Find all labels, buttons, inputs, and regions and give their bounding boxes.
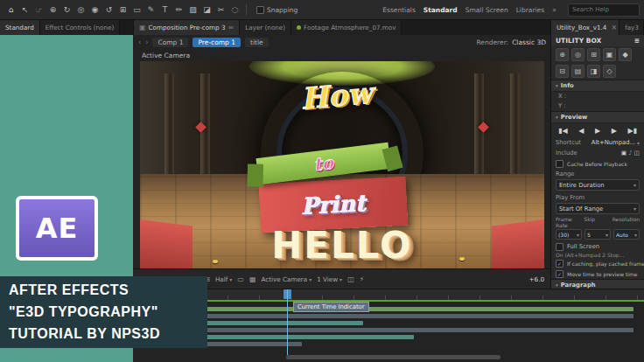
red-block-left bbox=[140, 219, 192, 269]
play-cached-frames-checkbox[interactable]: ✓ bbox=[556, 260, 564, 268]
brush-tool-icon[interactable]: ✏ bbox=[172, 3, 186, 17]
tutorial-title-line-3: TUTORIAL BY NPS3D bbox=[0, 323, 207, 345]
tab-effect-controls[interactable]: Effect Controls (none) bbox=[40, 19, 121, 35]
region-of-interest-icon[interactable]: ▭ bbox=[237, 275, 244, 283]
scene-text-print: Print bbox=[300, 190, 367, 219]
camera-dropdown[interactable]: Active Camera ▾ bbox=[261, 275, 312, 283]
search-help-input[interactable] bbox=[568, 3, 640, 17]
current-time-indicator-line[interactable] bbox=[287, 289, 288, 355]
audio-include-icon[interactable]: ♪ bbox=[628, 150, 632, 157]
stack-layers-icon[interactable]: ▤ bbox=[571, 65, 584, 78]
eraser-tool-icon[interactable]: ◪ bbox=[200, 3, 214, 17]
nav-forward-icon[interactable]: › bbox=[145, 38, 148, 46]
hollow-marker-icon[interactable]: ◇ bbox=[603, 65, 616, 78]
tab-utility-box[interactable]: Utility_Box_v1.4 × bbox=[551, 19, 620, 35]
roto-brush-tool-icon[interactable]: ✂ bbox=[214, 3, 228, 17]
cache-before-playback-checkbox[interactable] bbox=[556, 160, 564, 168]
solid-layer-icon[interactable]: ▣ bbox=[603, 48, 616, 61]
exposure-value[interactable]: +6.0 bbox=[529, 275, 544, 283]
tab-composition[interactable]: ▣ Composition Pre-comp 3 ≡ bbox=[134, 19, 240, 35]
home-icon[interactable]: ⌂ bbox=[4, 3, 18, 17]
timeline-layer-bar[interactable] bbox=[138, 328, 634, 332]
preview-resolution-dropdown[interactable]: Auto ▾ bbox=[613, 229, 640, 240]
panel-menu-icon[interactable]: ≡ bbox=[228, 24, 234, 31]
range-dropdown[interactable]: Entire Duration ▾ bbox=[556, 179, 640, 191]
panel-menu-icon[interactable]: ▣ bbox=[139, 24, 146, 31]
clone-stamp-tool-icon[interactable]: ▨ bbox=[186, 3, 200, 17]
dolly-camera-tool-icon[interactable]: ◉ bbox=[88, 3, 102, 17]
renderer-value[interactable]: Classic 3D bbox=[512, 38, 546, 46]
move-time-option[interactable]: ✓ Move time to preview time bbox=[551, 268, 644, 279]
nav-back-icon[interactable]: ‹ bbox=[138, 38, 141, 46]
move-time-checkbox[interactable]: ✓ bbox=[556, 270, 564, 278]
pen-tool-icon[interactable]: ✎ bbox=[144, 3, 158, 17]
cache-before-playback-option[interactable]: Cache Before Playback bbox=[551, 158, 644, 169]
overlays-include-icon[interactable]: ◫ bbox=[634, 150, 640, 157]
split-layer-icon[interactable]: ◨ bbox=[587, 65, 600, 78]
timeline-layer-bar[interactable] bbox=[138, 314, 634, 318]
trim-layer-icon[interactable]: ⊟ bbox=[556, 65, 569, 78]
orbit-camera-tool-icon[interactable]: ↻ bbox=[60, 3, 74, 17]
puppet-pin-tool-icon[interactable]: ◌ bbox=[228, 3, 242, 17]
mask-shape-tool-icon[interactable]: ▭ bbox=[130, 3, 144, 17]
snapping-control[interactable]: Snapping bbox=[256, 6, 298, 14]
view-layout-dropdown[interactable]: 1 View ▾ bbox=[317, 275, 342, 283]
hand-tool-icon[interactable]: ☞ bbox=[32, 3, 46, 17]
close-tab-icon[interactable]: × bbox=[611, 24, 617, 31]
paragraph-panel-header[interactable]: ▾ Paragraph bbox=[551, 279, 644, 289]
diamond-marker-icon[interactable]: ◆ bbox=[619, 48, 632, 61]
skip-dropdown[interactable]: 5 ▾ bbox=[584, 229, 611, 240]
rotation-tool-icon[interactable]: ↺ bbox=[102, 3, 116, 17]
workspace-tab-essentials[interactable]: Essentials bbox=[382, 6, 416, 14]
workspace-overflow-icon[interactable]: » bbox=[552, 6, 556, 14]
resolution-dropdown[interactable]: Half ▾ bbox=[215, 275, 232, 283]
transparency-grid-icon[interactable]: ▦ bbox=[249, 275, 256, 283]
renderer-info[interactable]: Renderer: Classic 3D bbox=[476, 38, 546, 46]
tab-layer[interactable]: Layer (none) bbox=[240, 19, 291, 35]
composition-viewport[interactable]: How to Print HELLO bbox=[140, 61, 544, 269]
timeline-layer-bar[interactable] bbox=[138, 307, 634, 311]
first-frame-button[interactable]: ▮◀ bbox=[558, 127, 568, 135]
pan-behind-tool-icon[interactable]: ⊞ bbox=[116, 3, 130, 17]
workspace-tab-libraries[interactable]: Libraries bbox=[516, 6, 544, 14]
target-icon[interactable]: ◎ bbox=[571, 48, 584, 61]
breadcrumb-precomp1[interactable]: Pre-comp 1 bbox=[192, 38, 241, 47]
breadcrumb-comp1[interactable]: Comp 1 bbox=[152, 38, 188, 47]
fast-preview-icon[interactable]: ⚡︎ bbox=[360, 275, 365, 283]
previous-frame-button[interactable]: ◀ bbox=[578, 127, 584, 135]
collapse-caret-icon[interactable]: ▾ bbox=[556, 83, 558, 88]
tab-standard-panel[interactable]: Standard bbox=[0, 19, 40, 35]
full-screen-checkbox[interactable] bbox=[556, 243, 564, 251]
snapping-checkbox[interactable] bbox=[256, 6, 264, 14]
composition-panel: ‹ › Comp 1 Pre-comp 1 title Renderer: Cl… bbox=[133, 35, 551, 289]
play-from-dropdown[interactable]: Start Of Range ▾ bbox=[556, 203, 640, 214]
play-button[interactable]: ▶ bbox=[595, 127, 600, 135]
shortcut-dropdown[interactable]: Alt+Numpad... ▾ bbox=[592, 139, 640, 146]
anchor-center-icon[interactable]: ⊕ bbox=[556, 48, 569, 61]
workspace-tab-standard[interactable]: Standard bbox=[424, 6, 458, 14]
selection-tool-icon[interactable]: ↖ bbox=[18, 3, 32, 17]
tab-fay3[interactable]: fay3 bbox=[620, 19, 644, 35]
info-panel-header[interactable]: ▾ Info bbox=[551, 80, 644, 92]
full-screen-option[interactable]: Full Screen bbox=[551, 241, 644, 252]
chevron-down-icon: ▾ bbox=[634, 182, 636, 188]
collapse-caret-icon[interactable]: ▾ bbox=[556, 115, 558, 120]
play-cached-frames-option[interactable]: ✓ If caching, play cached frames bbox=[551, 258, 644, 268]
workspace-tab-small-screen[interactable]: Small Screen bbox=[466, 6, 508, 14]
tab-footage[interactable]: Footage Atmosphere_07.mov bbox=[291, 19, 402, 35]
menu-icon[interactable]: ≡ bbox=[634, 37, 640, 45]
video-include-icon[interactable]: ▣ bbox=[621, 150, 626, 157]
zoom-tool-icon[interactable]: ⊕ bbox=[46, 3, 60, 17]
next-frame-button[interactable]: ▶ bbox=[612, 127, 617, 135]
timeline-scrollbar[interactable] bbox=[286, 355, 500, 359]
resolution-value: Half bbox=[215, 275, 228, 283]
breadcrumb-title[interactable]: title bbox=[245, 38, 269, 47]
preview-panel-header[interactable]: ▾ Preview bbox=[551, 111, 644, 123]
pan-camera-tool-icon[interactable]: ◎ bbox=[74, 3, 88, 17]
text-tool-icon[interactable]: T bbox=[158, 3, 172, 17]
pixel-aspect-icon[interactable]: ◫ bbox=[347, 275, 354, 283]
frame-rate-dropdown[interactable]: (30) ▾ bbox=[556, 229, 582, 240]
last-frame-button[interactable]: ▶▮ bbox=[627, 127, 637, 135]
collapse-caret-icon[interactable]: ▾ bbox=[556, 282, 558, 288]
grid-icon[interactable]: ⊞ bbox=[587, 48, 600, 61]
